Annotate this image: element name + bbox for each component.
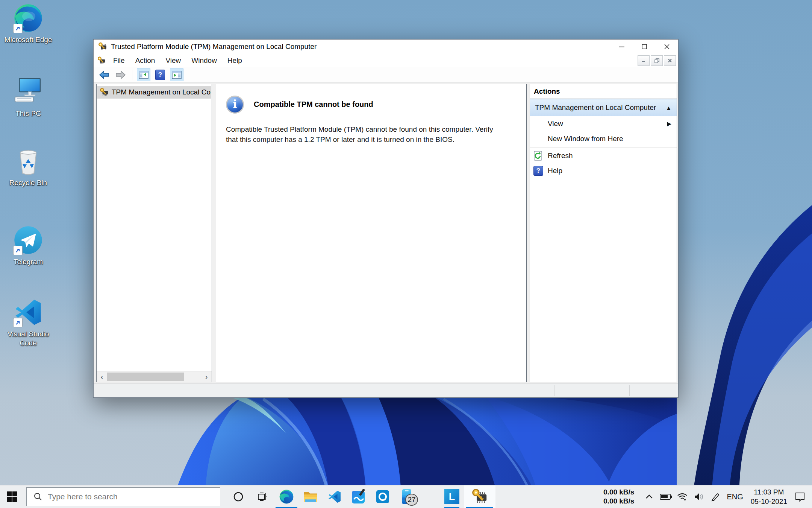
task-view-icon <box>257 491 268 502</box>
menu-file[interactable]: File <box>108 55 130 66</box>
taskbar-alexa-button[interactable] <box>371 485 395 508</box>
notification-badge: 27 <box>405 494 418 506</box>
clock[interactable]: 11:03 PM 05-10-2021 <box>751 487 787 506</box>
system-tray: 0.00 kB/s 0.00 kB/s <box>603 485 812 508</box>
whiteboard-icon <box>351 489 366 504</box>
horizontal-scrollbar[interactable]: ‹ › <box>97 371 212 382</box>
taskbar-vscode-button[interactable] <box>323 485 347 508</box>
net-down: 0.00 kB/s <box>603 497 634 506</box>
child-close-button[interactable] <box>664 55 676 66</box>
desktop-icon-label: Microsoft Edge <box>5 35 52 44</box>
volume-button[interactable] <box>691 485 707 508</box>
taskbar-l-app-button[interactable]: L <box>440 485 464 508</box>
child-restore-button[interactable] <box>651 55 663 66</box>
tpm-key-icon <box>98 42 107 51</box>
vscode-icon <box>327 490 342 504</box>
net-up: 0.00 kB/s <box>603 488 634 497</box>
window-titlebar[interactable]: Trusted Platform Module (TPM) Management… <box>94 40 678 54</box>
clock-time: 11:03 PM <box>751 487 787 497</box>
action-help[interactable]: ? Help <box>530 163 677 178</box>
shortcut-arrow-icon <box>13 24 23 33</box>
scroll-right-arrow[interactable]: › <box>201 371 212 382</box>
tpm-key-icon <box>100 88 109 97</box>
action-refresh[interactable]: Refresh <box>530 148 677 163</box>
desktop-icon-this-pc[interactable]: This PC <box>3 76 53 118</box>
tpm-management-window: Trusted Platform Module (TPM) Management… <box>93 39 679 398</box>
child-minimize-button[interactable] <box>638 55 650 66</box>
desktop-icon-label: Telegram <box>14 257 43 266</box>
console-tree-icon <box>139 71 148 79</box>
action-view[interactable]: View ▶ <box>530 116 677 131</box>
clock-date: 05-10-2021 <box>751 497 787 506</box>
window-workspace: TPM Management on Local Compu ‹ › i Comp… <box>94 82 678 384</box>
cortana-icon <box>233 491 244 502</box>
desktop-icon-recycle-bin[interactable]: Recycle Bin <box>3 145 53 187</box>
shortcut-arrow-icon <box>13 246 23 255</box>
l-app-icon: L <box>444 489 459 504</box>
network-button[interactable] <box>674 485 691 508</box>
tpm-key-icon <box>471 488 488 505</box>
taskbar-whiteboard-button[interactable] <box>347 485 371 508</box>
start-button[interactable] <box>0 485 24 508</box>
desktop-icon-telegram[interactable]: Telegram <box>3 224 53 266</box>
toggle-action-pane-button[interactable] <box>170 68 183 81</box>
window-title: Trusted Platform Module (TPM) Management… <box>111 43 317 51</box>
action-pane-icon <box>172 71 182 79</box>
minimize-button[interactable] <box>611 40 633 54</box>
back-button[interactable] <box>97 68 111 81</box>
console-tree-pane: TPM Management on Local Compu ‹ › <box>96 84 212 382</box>
taskbar-edge-button[interactable] <box>274 485 298 508</box>
shortcut-arrow-icon <box>13 318 23 327</box>
actions-header: Actions <box>530 84 677 99</box>
menu-action[interactable]: Action <box>130 55 161 66</box>
action-new-window[interactable]: New Window from Here <box>530 131 677 146</box>
window-statusbar <box>94 383 678 397</box>
scroll-left-arrow[interactable]: ‹ <box>97 371 107 382</box>
maximize-button[interactable] <box>633 40 656 54</box>
forward-button[interactable] <box>114 68 127 81</box>
taskbar-search[interactable] <box>26 487 220 506</box>
chevron-up-icon <box>644 492 654 502</box>
tray-overflow-button[interactable] <box>641 485 657 508</box>
search-input[interactable] <box>47 492 191 502</box>
battery-icon <box>660 493 672 500</box>
actions-group-tpm-management[interactable]: TPM Management on Local Computer ▲ <box>530 99 677 116</box>
menu-window[interactable]: Window <box>186 55 222 66</box>
help-icon: ? <box>155 70 165 80</box>
scrollbar-thumb[interactable] <box>107 373 184 381</box>
toggle-console-tree-button[interactable] <box>137 68 150 81</box>
collapse-icon[interactable]: ▲ <box>666 105 671 111</box>
menu-help[interactable]: Help <box>222 55 247 66</box>
battery-button[interactable] <box>657 485 674 508</box>
taskbar-tpm-button[interactable] <box>464 485 495 508</box>
message-body: Compatible Trusted Platform Module (TPM)… <box>226 124 506 144</box>
task-view-button[interactable] <box>250 485 274 508</box>
taskbar-file-explorer-button[interactable] <box>298 485 323 508</box>
desktop-icon-vscode[interactable]: Visual Studio Code <box>3 297 53 348</box>
taskbar-your-phone-button[interactable]: 27 <box>395 485 419 508</box>
refresh-icon <box>533 151 543 161</box>
edge-icon <box>279 489 294 504</box>
speaker-icon <box>694 492 704 501</box>
taskbar: 27 L 0.00 kB/s 0.00 kB/s <box>0 485 812 508</box>
alexa-icon <box>375 489 390 504</box>
network-speed: 0.00 kB/s 0.00 kB/s <box>603 488 634 506</box>
close-button[interactable] <box>656 40 678 54</box>
help-toolbar-button[interactable]: ? <box>153 68 167 81</box>
toolbar-separator <box>132 70 132 80</box>
actions-pane: Actions TPM Management on Local Computer… <box>530 84 677 382</box>
search-icon <box>33 492 42 501</box>
action-center-button[interactable] <box>792 485 808 508</box>
desktop-icon-label: Visual Studio Code <box>3 330 53 348</box>
menu-view[interactable]: View <box>160 55 186 66</box>
pen-icon <box>710 492 720 502</box>
desktop-icon-label: Recycle Bin <box>9 178 47 187</box>
tree-item-tpm-management[interactable]: TPM Management on Local Compu <box>97 86 211 99</box>
language-indicator[interactable]: ENG <box>727 493 743 501</box>
submenu-arrow-icon: ▶ <box>667 120 671 127</box>
action-center-icon <box>795 492 805 502</box>
pen-button[interactable] <box>707 485 724 508</box>
desktop-icon-microsoft-edge[interactable]: Microsoft Edge <box>3 2 53 44</box>
cortana-button[interactable] <box>226 485 250 508</box>
results-pane: i Compatible TPM cannot be found Compati… <box>216 84 527 382</box>
